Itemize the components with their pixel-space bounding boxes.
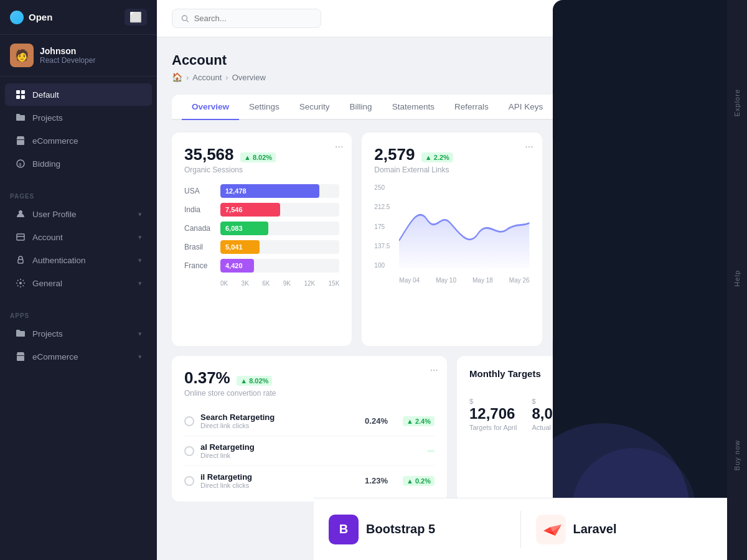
bar-chart: USA 12,478 India 7,546 Canada (184, 184, 339, 287)
svg-point-10 (19, 282, 22, 284)
line-chart-svg (399, 184, 529, 269)
search-icon (181, 14, 189, 23)
bootstrap-icon: B (329, 515, 359, 544)
help-button[interactable]: Help (733, 270, 741, 287)
conversion-list: Search Retargeting Direct link clicks 0.… (184, 406, 435, 495)
tab-billing[interactable]: Billing (340, 95, 382, 120)
organic-sessions-card: ··· 35,568 ▲ 8.02% Organic Sessions USA … (172, 133, 352, 346)
sidebar-item-authentication[interactable]: Authentication ▾ (5, 249, 152, 271)
search-box (172, 9, 321, 28)
bar-inner-canada: 6,083 (220, 222, 268, 235)
tab-overview[interactable]: Overview (182, 95, 239, 120)
sidebar: Open ⬜ 🧑 Johnson React Developer Default… (0, 0, 157, 560)
card-menu-4[interactable]: ··· (430, 365, 438, 376)
line-chart: 250 212.5 175 137.5 100 (374, 184, 529, 284)
account-icon (15, 231, 26, 243)
search-input[interactable] (194, 14, 312, 23)
svg-rect-0 (16, 90, 20, 94)
target-1: $ 12,706 Targets for April (469, 398, 517, 431)
bar-inner-france: 4,420 (220, 259, 254, 273)
promo-bootstrap: B Bootstrap 5 (329, 515, 505, 544)
conv-info-2: al Retargeting Direct link (200, 442, 406, 459)
y-axis: 250 212.5 175 137.5 100 (374, 184, 397, 269)
conversion-label: Online store convertion rate (184, 389, 435, 398)
explore-button[interactable]: Explore (733, 89, 741, 116)
bar-country-france: France (184, 261, 214, 270)
bootstrap-label: Bootstrap 5 (366, 522, 435, 536)
breadcrumb-sep-1: › (186, 73, 189, 82)
bar-row-canada: Canada 6,083 (184, 222, 339, 235)
pages-section-label: PAGES (0, 188, 157, 202)
sidebar-item-authentication-label: Authentication (32, 256, 132, 265)
bar-row-india: India 7,546 (184, 203, 339, 217)
promo-bar: B Bootstrap 5 Laravel (314, 498, 727, 560)
buy-now-button[interactable]: Buy now (733, 440, 741, 470)
bar-outer-usa: 12,478 (220, 184, 339, 198)
svg-rect-7 (17, 234, 24, 240)
sidebar-item-ecommerce[interactable]: eCommerce (5, 129, 152, 152)
bar-country-canada: Canada (184, 224, 214, 233)
chevron-down-icon-3: ▾ (138, 256, 142, 264)
home-icon: 🏠 (172, 72, 182, 82)
main-area: ⊕ Invite Create App Account 🏠 › Account … (157, 0, 747, 560)
bar-outer-india: 7,546 (220, 203, 339, 217)
sidebar-item-user-profile-label: User Profile (32, 210, 132, 219)
shop-icon-2 (15, 351, 26, 362)
domain-links-value: 2,579 ▲ 2.2% (374, 145, 529, 164)
organic-sessions-badge: ▲ 8.02% (240, 152, 276, 162)
tab-api-keys[interactable]: API Keys (499, 95, 553, 120)
general-icon (15, 278, 26, 289)
organic-sessions-label: Organic Sessions (184, 166, 339, 174)
monthly-title: Monthly Targets (469, 368, 541, 379)
breadcrumb-account[interactable]: Account (192, 73, 222, 82)
dark-overlay (553, 0, 727, 560)
domain-links-label: Domain External Links (374, 166, 529, 174)
card-menu-2[interactable]: ··· (525, 141, 533, 152)
sidebar-item-projects-label: Projects (32, 113, 142, 123)
x-axis: 0K 3K 6K 9K 12K 15K (184, 278, 339, 287)
sidebar-item-ecommerce-app[interactable]: eCommerce ▾ (5, 345, 152, 368)
person-icon (15, 208, 26, 220)
grid-icon (15, 89, 26, 100)
promo-divider (520, 511, 521, 548)
svg-rect-1 (21, 90, 25, 94)
nav-pages: PAGES User Profile ▾ Account ▾ Authentic… (0, 182, 157, 301)
sidebar-item-general-label: General (32, 279, 132, 288)
shop-icon (15, 135, 26, 146)
avatar: 🧑 (10, 44, 34, 67)
apps-section-label: APPS (0, 307, 157, 322)
user-name: Johnson (40, 46, 95, 56)
bar-outer-canada: 6,083 (220, 222, 339, 235)
sidebar-item-projects-app-label: Projects (32, 329, 132, 338)
bar-inner-india: 7,546 (220, 203, 280, 217)
tab-settings[interactable]: Settings (239, 95, 289, 120)
svg-rect-2 (16, 95, 20, 99)
right-panel: Explore Help Buy now (727, 0, 747, 560)
sidebar-item-user-profile[interactable]: User Profile ▾ (5, 203, 152, 225)
auth-icon (15, 254, 26, 266)
conv-info-1: Search Retargeting Direct link clicks (200, 413, 359, 429)
bar-row-usa: USA 12,478 (184, 184, 339, 198)
laravel-icon (536, 515, 566, 544)
sidebar-item-projects-app[interactable]: Projects ▾ (5, 322, 152, 345)
promo-laravel: Laravel (536, 515, 713, 544)
tab-referrals[interactable]: Referrals (444, 95, 499, 120)
bar-outer-brasil: 5,041 (220, 240, 339, 254)
breadcrumb-sep-2: › (225, 73, 228, 82)
sidebar-item-bidding[interactable]: $ Bidding (5, 152, 152, 175)
tab-security[interactable]: Security (289, 95, 340, 120)
laravel-label: Laravel (573, 522, 617, 536)
sidebar-item-general[interactable]: General ▾ (5, 272, 152, 294)
target-1-label: Targets for April (469, 424, 517, 431)
card-menu-1[interactable]: ··· (335, 141, 343, 152)
sidebar-item-default[interactable]: Default (5, 83, 152, 106)
sidebar-item-account[interactable]: Account ▾ (5, 226, 152, 248)
stats-icon-button[interactable]: ⬜ (125, 9, 147, 26)
sidebar-item-projects[interactable]: Projects (5, 106, 152, 129)
bar-row-france: France 4,420 (184, 259, 339, 273)
sidebar-item-bidding-label: Bidding (32, 159, 142, 169)
user-info: Johnson React Developer (40, 46, 95, 65)
conv-radio-2 (184, 446, 194, 456)
conversion-card: ··· 0.37% ▲ 8.02% Online store convertio… (172, 356, 447, 502)
tab-statements[interactable]: Statements (382, 95, 444, 120)
